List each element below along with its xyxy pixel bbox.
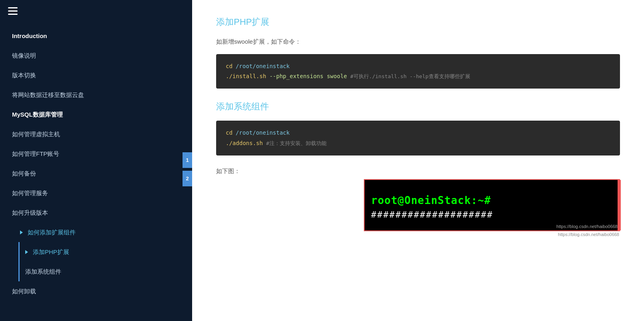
sidebar-item-add-php-ext[interactable]: 添加PHP扩展 — [20, 242, 192, 262]
chevron-icon — [20, 230, 23, 234]
scroll-tabs: 1 2 — [183, 152, 192, 186]
sub-indent: 添加PHP扩展 添加系统组件 — [18, 242, 192, 281]
code-flag-php: --php_extensions swoole — [269, 71, 347, 81]
sidebar-header — [0, 0, 192, 22]
code-cmd-cd1: cd — [226, 61, 233, 71]
code-cmd-cd2: cd — [226, 128, 233, 138]
sidebar-item-add-extensions-label: 如何添加扩展组件 — [28, 228, 76, 236]
sidebar-item-add-sys-component[interactable]: 添加系统组件 — [20, 262, 192, 281]
sidebar-item-uninstall[interactable]: 如何卸载 — [0, 281, 192, 301]
sidebar-item-add-php-ext-label: 添加PHP扩展 — [33, 248, 69, 256]
red-bar — [618, 180, 621, 230]
code-cmd-install: ./install.sh — [226, 71, 266, 81]
code-line-2-1: cd /root/oneinstack — [226, 128, 610, 138]
sidebar-item-version-switch[interactable]: 版本切换 — [0, 65, 192, 85]
below-text: 如下图： — [216, 168, 620, 175]
sidebar-item-introduction[interactable]: Introduction — [0, 26, 192, 46]
hamburger-icon[interactable] — [8, 7, 18, 15]
code-comment-1: #可执行./install.sh --help查看支持哪些扩展 — [350, 72, 470, 81]
code-path-1: /root/oneinstack — [236, 61, 290, 71]
code-cmd-addons: ./addons.sh — [226, 138, 263, 148]
section1-title: 添加PHP扩展 — [216, 16, 620, 28]
sidebar-item-service-admin[interactable]: 如何管理服务 — [0, 183, 192, 203]
terminal-line1: root@OneinStack:~# — [371, 194, 614, 206]
code-block-2: cd /root/oneinstack ./addons.sh #注：支持安装、… — [216, 121, 620, 155]
main-content: 添加PHP扩展 如新增swoole扩展，如下命令： cd /root/onein… — [192, 0, 644, 321]
sidebar-item-backup[interactable]: 如何备份 — [0, 164, 192, 183]
terminal-line2: #################### — [371, 210, 614, 220]
code-line-1-1: cd /root/oneinstack — [226, 61, 610, 71]
sidebar-item-ftp-admin[interactable]: 如何管理FTP账号 — [0, 144, 192, 164]
terminal-watermark: https://blog.csdn.net/haibo0668 — [556, 224, 618, 229]
scroll-tab-separator — [183, 169, 192, 170]
code-block-1: cd /root/oneinstack ./install.sh --php_e… — [216, 54, 620, 89]
terminal-preview: root@OneinStack:~# #################### … — [364, 179, 620, 231]
nav-items: Introduction 镜像说明 版本切换 将网站数据迁移至数据云盘 MySQ… — [0, 22, 192, 305]
sidebar-item-vhost-admin[interactable]: 如何管理虚拟主机 — [0, 124, 192, 144]
code-comment-2: #注：支持安装、卸载功能 — [266, 139, 327, 148]
sidebar-item-upgrade[interactable]: 如何升级版本 — [0, 203, 192, 222]
scroll-tab-2[interactable]: 2 — [183, 171, 192, 186]
section2-title: 添加系统组件 — [216, 101, 620, 113]
chevron-icon-php — [25, 250, 28, 254]
url-bar: https://blog.csdn.net/haibo0668 — [216, 232, 620, 237]
terminal-container: root@OneinStack:~# #################### … — [216, 179, 620, 231]
section1-intro: 如新增swoole扩展，如下命令： — [216, 36, 620, 47]
code-line-1-2: ./install.sh --php_extensions swoole #可执… — [226, 71, 610, 81]
scroll-tab-1[interactable]: 1 — [183, 152, 192, 168]
sidebar-item-migrate-data[interactable]: 将网站数据迁移至数据云盘 — [0, 85, 192, 105]
code-path-2: /root/oneinstack — [236, 128, 290, 138]
sidebar-item-add-extensions[interactable]: 如何添加扩展组件 — [0, 222, 192, 242]
code-line-2-2: ./addons.sh #注：支持安装、卸载功能 — [226, 138, 610, 148]
sidebar-item-mysql-admin[interactable]: MySQL数据库管理 — [0, 105, 192, 124]
sidebar-item-mirror-desc[interactable]: 镜像说明 — [0, 46, 192, 65]
sidebar: Introduction 镜像说明 版本切换 将网站数据迁移至数据云盘 MySQ… — [0, 0, 192, 321]
